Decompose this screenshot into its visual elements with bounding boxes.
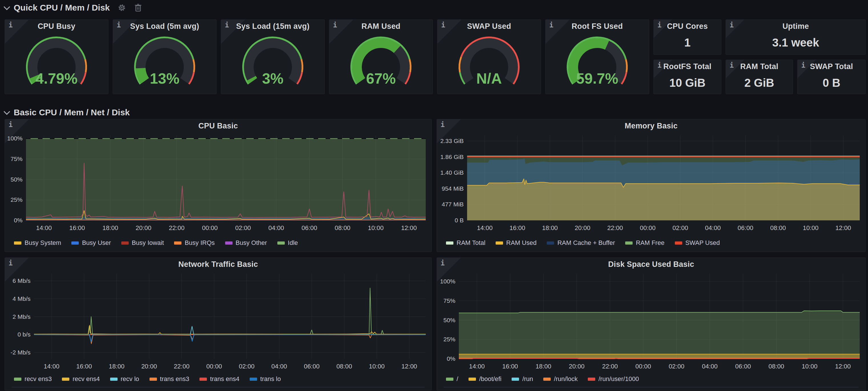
legend-item-busy-irqs[interactable]: Busy IRQs: [174, 239, 215, 247]
legend-item-trans-ens3[interactable]: trans ens3: [150, 375, 189, 383]
panel-title: RootFS Total: [654, 62, 721, 71]
svg-text:20:00: 20:00: [141, 363, 157, 370]
stat-value: 10 GiB: [654, 77, 721, 89]
legend-label: trans ens4: [210, 375, 239, 383]
cpu-basic-chart[interactable]: 14:0016:0018:0020:0022:0000:0002:0004:00…: [7, 132, 430, 234]
legend-swatch: [588, 378, 595, 381]
legend-item-busy-user[interactable]: Busy User: [71, 239, 111, 247]
section-title: Quick CPU / Mem / Disk: [14, 3, 110, 12]
legend-item-trans-lo[interactable]: trans lo: [250, 375, 281, 383]
legend-label: Idle: [288, 239, 298, 247]
legend-label: SWAP Used: [685, 239, 720, 247]
svg-text:0 b/s: 0 b/s: [18, 331, 31, 338]
legend-label: Busy Iowait: [132, 239, 164, 247]
panel-title: Uptime: [726, 22, 865, 31]
gauge-value: N/A: [437, 70, 541, 87]
legend-item-ram-total[interactable]: RAM Total: [446, 239, 485, 247]
svg-text:12:00: 12:00: [401, 224, 417, 232]
legend-item-swap-used[interactable]: SWAP Used: [675, 239, 720, 247]
legend-item-trans-ens4[interactable]: trans ens4: [199, 375, 239, 383]
svg-text:16:00: 16:00: [69, 224, 85, 232]
svg-text:16:00: 16:00: [76, 363, 92, 370]
panel-title: CPU Basic: [5, 122, 431, 130]
svg-text:00:00: 00:00: [640, 224, 655, 232]
svg-text:08:00: 08:00: [335, 224, 350, 232]
disk-space-used-basic-chart[interactable]: 14:0016:0018:0020:0022:0000:0002:0004:00…: [439, 271, 864, 372]
svg-text:14:00: 14:00: [477, 224, 493, 232]
svg-text:06:00: 06:00: [304, 363, 319, 370]
svg-text:00:00: 00:00: [202, 224, 218, 232]
legend-item--[interactable]: /: [446, 375, 458, 383]
legend-swatch: [62, 378, 69, 381]
svg-text:20:00: 20:00: [135, 224, 151, 232]
panel-rootfs-total: i RootFS Total 10 GiB: [653, 60, 721, 94]
svg-text:08:00: 08:00: [336, 363, 352, 370]
legend-label: /run/lock: [554, 375, 578, 383]
legend-label: recv ens4: [72, 375, 100, 383]
trash-icon[interactable]: [134, 3, 143, 12]
legend-item-idle[interactable]: Idle: [277, 239, 298, 247]
section-header-quick[interactable]: Quick CPU / Mem / Disk: [5, 3, 143, 12]
legend-label: RAM Cache + Buffer: [557, 239, 615, 247]
svg-text:04:00: 04:00: [705, 224, 721, 232]
svg-text:6 Mb/s: 6 Mb/s: [12, 277, 31, 284]
chevron-down-icon: [4, 109, 10, 115]
stat-value: 1: [654, 36, 721, 49]
svg-text:08:00: 08:00: [768, 363, 784, 370]
legend-label: Busy IRQs: [185, 239, 215, 247]
legend-label: /: [457, 375, 458, 383]
svg-text:22:00: 22:00: [169, 224, 185, 232]
panel-sys-load-15m: i Sys Load (15m avg) 3%: [221, 20, 325, 94]
legend-item-ram-free[interactable]: RAM Free: [625, 239, 664, 247]
svg-text:18:00: 18:00: [535, 363, 551, 370]
legend-item--boot-efi[interactable]: /boot/efi: [468, 375, 501, 383]
svg-text:02:00: 02:00: [673, 224, 688, 232]
svg-text:18:00: 18:00: [542, 224, 558, 232]
legend-swatch: [150, 378, 157, 381]
network-traffic-basic-chart[interactable]: 14:0016:0018:0020:0022:0000:0002:0004:00…: [7, 271, 430, 372]
svg-text:06:00: 06:00: [735, 363, 751, 370]
svg-text:18:00: 18:00: [102, 224, 118, 232]
legend-swatch: [250, 378, 257, 381]
panel-title: CPU Cores: [654, 22, 721, 31]
svg-text:75%: 75%: [443, 297, 456, 304]
svg-text:14:00: 14:00: [469, 363, 485, 370]
legend-item-busy-system[interactable]: Busy System: [14, 239, 61, 247]
svg-text:04:00: 04:00: [268, 224, 284, 232]
legend-item-busy-other[interactable]: Busy Other: [225, 239, 267, 247]
chevron-down-icon: [4, 4, 10, 10]
section-header-basic[interactable]: Basic CPU / Mem / Net / Disk: [5, 108, 130, 117]
svg-text:22:00: 22:00: [602, 363, 618, 370]
legend-item-recv-ens4[interactable]: recv ens4: [62, 375, 100, 383]
panel-swap-total: i SWAP Total 0 B: [797, 60, 866, 94]
legend-swatch: [110, 378, 118, 381]
legend-item-busy-iowait[interactable]: Busy Iowait: [121, 239, 164, 247]
svg-text:954 MiB: 954 MiB: [442, 185, 464, 192]
legend-item-recv-ens3[interactable]: recv ens3: [14, 375, 52, 383]
network-traffic-basic-legend: recv ens3recv ens4recv lotrans ens3trans…: [14, 375, 291, 383]
legend-item-recv-lo[interactable]: recv lo: [110, 375, 139, 383]
legend-label: recv lo: [121, 375, 139, 383]
legend-swatch: [199, 378, 207, 381]
legend-item-ram-used[interactable]: RAM Used: [496, 239, 536, 247]
gauge-value: 13%: [113, 70, 216, 87]
svg-text:0%: 0%: [14, 217, 23, 223]
svg-text:1.40 GiB: 1.40 GiB: [440, 169, 464, 176]
legend-swatch: [512, 378, 519, 381]
panel-disk-space-used-basic: i Disk Space Used Basic 14:0016:0018:002…: [437, 258, 866, 390]
gauge-value: 59.7%: [546, 70, 649, 87]
svg-text:16:00: 16:00: [502, 363, 518, 370]
memory-basic-chart[interactable]: 14:0016:0018:0020:0022:0000:0002:0004:00…: [439, 132, 864, 234]
stat-value: 0 B: [798, 77, 865, 89]
gear-icon[interactable]: [117, 3, 126, 12]
panel-title: SWAP Total: [798, 62, 865, 71]
legend-item--run[interactable]: /run: [512, 375, 533, 383]
panel-title: SWAP Used: [437, 22, 541, 31]
svg-text:50%: 50%: [10, 176, 23, 183]
legend-item--run-lock[interactable]: /run/lock: [543, 375, 578, 383]
svg-text:04:00: 04:00: [271, 363, 287, 370]
legend-item-ram-cache-buffer[interactable]: RAM Cache + Buffer: [547, 239, 615, 247]
legend-item--run-user-1000[interactable]: /run/user/1000: [588, 375, 639, 383]
legend-label: Busy System: [25, 239, 61, 247]
svg-text:12:00: 12:00: [835, 224, 851, 232]
